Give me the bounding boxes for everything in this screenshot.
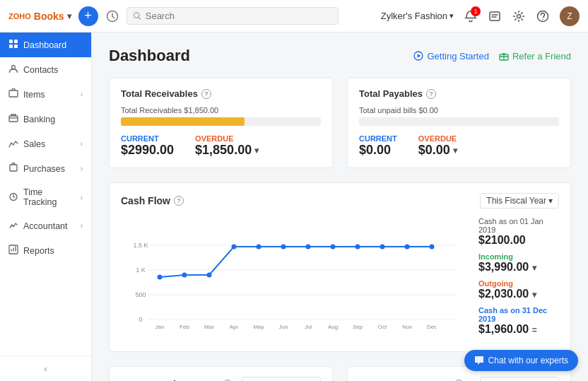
payables-bar-label: Total unpaid bills $0.00 xyxy=(359,106,559,115)
sidebar-item-accountant[interactable]: Accountant › xyxy=(0,213,91,238)
incoming-dropdown[interactable]: ▾ xyxy=(532,263,536,273)
svg-point-10 xyxy=(12,66,16,69)
help-icon[interactable] xyxy=(536,9,550,23)
sidebar-item-label: Purchases xyxy=(23,164,65,174)
payables-amounts: CURRENT $0.00 OVERDUE $0.00 ▾ xyxy=(359,134,559,158)
total-payables-title: Total Payables ? xyxy=(359,88,559,99)
receivables-bar-track xyxy=(121,117,321,126)
avatar[interactable]: Z xyxy=(560,6,580,26)
income-expense-card: Income and Expense ? This Fiscal Year ▾ … xyxy=(109,366,333,381)
gift-icon xyxy=(499,51,509,61)
payables-overdue-dropdown-icon[interactable]: ▾ xyxy=(453,146,457,156)
cashflow-filter-dropdown: ▾ xyxy=(548,196,553,206)
payables-bar-track xyxy=(359,117,559,126)
svg-point-28 xyxy=(207,273,212,278)
search-bar[interactable] xyxy=(127,7,339,25)
svg-rect-9 xyxy=(14,45,18,48)
income-expense-header: Income and Expense ? This Fiscal Year ▾ xyxy=(121,377,321,381)
payables-current-value: $0.00 xyxy=(359,143,397,158)
org-name[interactable]: Zylker's Fashion ▾ xyxy=(381,11,454,21)
top-expenses-header: Your Top Expenses ? This Fiscal Year ▾ xyxy=(359,377,559,381)
sidebar-item-reports[interactable]: Reports xyxy=(0,238,91,263)
receivables-bar: Total Receivables $1,850.00 xyxy=(121,106,321,126)
svg-point-33 xyxy=(331,245,336,250)
svg-text:Feb: Feb xyxy=(180,324,189,330)
main-content: Dashboard Getting Started Refer a Friend… xyxy=(92,33,588,381)
history-icon[interactable] xyxy=(105,9,119,23)
top-expenses-filter[interactable]: This Fiscal Year ▾ xyxy=(480,377,559,381)
svg-text:Apr: Apr xyxy=(230,324,239,330)
books-text: Books xyxy=(34,11,64,22)
cash-as-of-end: Cash as on 31 Dec 2019 $1,960.00 = xyxy=(478,306,559,336)
header-actions: Getting Started Refer a Friend xyxy=(413,51,571,61)
cashflow-filter[interactable]: This Fiscal Year ▾ xyxy=(480,193,559,209)
sidebar-item-contacts[interactable]: Contacts xyxy=(0,57,91,82)
total-payables-card: Total Payables ? Total unpaid bills $0.0… xyxy=(347,78,571,168)
notification-badge: 1 xyxy=(471,6,481,16)
sidebar-item-label: Reports xyxy=(23,246,54,256)
cashflow-info-icon[interactable]: ? xyxy=(174,196,184,206)
svg-rect-7 xyxy=(14,40,18,43)
svg-text:Nov: Nov xyxy=(402,324,412,330)
svg-point-27 xyxy=(182,273,187,278)
receivables-overdue-value: $1,850.00 ▾ xyxy=(195,143,259,158)
svg-point-36 xyxy=(405,245,410,250)
refer-friend-link[interactable]: Refer a Friend xyxy=(499,51,571,61)
payables-current-block: CURRENT $0.00 xyxy=(359,134,397,158)
add-button[interactable]: + xyxy=(78,6,98,26)
cash-flow-stats: Cash as on 01 Jan 2019 $2100.00 Incoming… xyxy=(467,217,559,341)
payables-current-label: CURRENT xyxy=(359,134,397,143)
sidebar-item-dashboard[interactable]: Dashboard xyxy=(0,33,91,57)
sidebar-arrow-icon: › xyxy=(81,90,83,98)
sidebar-item-banking[interactable]: Banking xyxy=(0,107,91,131)
svg-rect-8 xyxy=(9,45,13,48)
logo-dropdown-icon[interactable]: ▾ xyxy=(67,11,71,21)
receivables-current-label: CURRENT xyxy=(121,134,174,143)
sidebar-arrow-icon: › xyxy=(81,222,83,230)
incoming-block: Incoming $3,990.00 ▾ xyxy=(478,252,559,274)
svg-text:Aug: Aug xyxy=(328,324,338,330)
banking-icon xyxy=(8,113,18,125)
sidebar-item-purchases[interactable]: Purchases › xyxy=(0,156,91,181)
files-icon[interactable] xyxy=(488,9,502,23)
cards-row: Total Receivables ? Total Receivables $1… xyxy=(109,78,571,168)
outgoing-dropdown[interactable]: ▾ xyxy=(532,290,536,300)
svg-rect-13 xyxy=(10,165,17,171)
zoho-text: ZOHO xyxy=(8,12,31,20)
income-expense-filter[interactable]: This Fiscal Year ▾ xyxy=(242,377,321,381)
getting-started-link[interactable]: Getting Started xyxy=(413,51,488,61)
svg-point-32 xyxy=(306,245,311,250)
cash-flow-title: Cash Flow ? xyxy=(121,195,480,206)
sidebar-collapse-button[interactable]: ‹ xyxy=(0,356,91,381)
cash-flow-body: 0 500 1 K 1.5 K xyxy=(121,217,559,341)
receivables-current-value: $2990.00 xyxy=(121,143,174,158)
page-header: Dashboard Getting Started Refer a Friend xyxy=(109,47,571,65)
svg-point-29 xyxy=(232,245,237,250)
svg-point-26 xyxy=(158,275,163,280)
reports-icon xyxy=(8,245,18,257)
nav-right: Zylker's Fashion ▾ 1 Z xyxy=(381,6,580,26)
search-input[interactable] xyxy=(146,11,332,21)
chat-button[interactable]: Chat with our experts xyxy=(464,350,578,371)
settings-icon[interactable] xyxy=(512,9,526,23)
payables-overdue-value: $0.00 ▾ xyxy=(418,143,457,158)
sidebar-item-sales[interactable]: Sales › xyxy=(0,131,91,156)
payables-info-icon[interactable]: ? xyxy=(426,89,436,99)
overdue-dropdown-icon[interactable]: ▾ xyxy=(254,146,259,156)
receivables-current-block: CURRENT $2990.00 xyxy=(121,134,174,158)
svg-text:Dec: Dec xyxy=(427,324,437,330)
sidebar-arrow-icon: › xyxy=(81,140,83,148)
notification-icon[interactable]: 1 xyxy=(464,9,478,23)
purchases-icon xyxy=(8,163,18,175)
cash-as-of-start: Cash as on 01 Jan 2019 $2100.00 xyxy=(478,217,559,247)
svg-text:0: 0 xyxy=(139,316,142,323)
items-icon xyxy=(8,88,18,100)
svg-point-35 xyxy=(380,245,385,250)
play-icon xyxy=(413,51,423,61)
sidebar-item-items[interactable]: Items › xyxy=(0,82,91,107)
sidebar-item-timetracking[interactable]: Time Tracking › xyxy=(0,181,91,213)
payables-bar: Total unpaid bills $0.00 xyxy=(359,106,559,126)
receivables-info-icon[interactable]: ? xyxy=(201,89,211,99)
cash-flow-svg: 0 500 1 K 1.5 K xyxy=(121,217,467,330)
svg-text:Sep: Sep xyxy=(353,324,363,330)
